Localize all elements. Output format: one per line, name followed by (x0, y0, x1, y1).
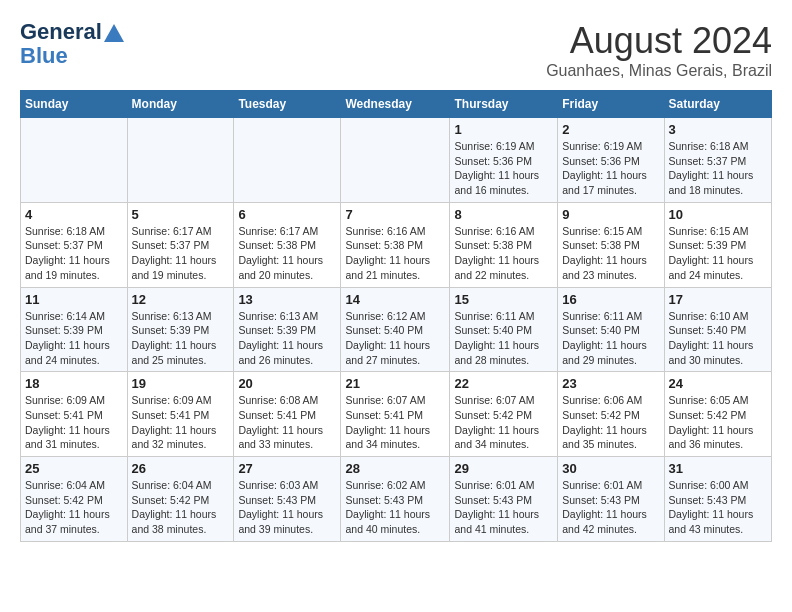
day-number: 3 (669, 122, 767, 137)
calendar-week-row: 4Sunrise: 6:18 AM Sunset: 5:37 PM Daylig… (21, 202, 772, 287)
title-block: August 2024 Guanhaes, Minas Gerais, Braz… (546, 20, 772, 80)
day-info: Sunrise: 6:02 AM Sunset: 5:43 PM Dayligh… (345, 478, 445, 537)
calendar-cell: 17Sunrise: 6:10 AM Sunset: 5:40 PM Dayli… (664, 287, 771, 372)
calendar-cell (234, 118, 341, 203)
day-info: Sunrise: 6:04 AM Sunset: 5:42 PM Dayligh… (25, 478, 123, 537)
day-number: 16 (562, 292, 659, 307)
day-number: 9 (562, 207, 659, 222)
day-info: Sunrise: 6:04 AM Sunset: 5:42 PM Dayligh… (132, 478, 230, 537)
day-number: 28 (345, 461, 445, 476)
calendar-cell: 22Sunrise: 6:07 AM Sunset: 5:42 PM Dayli… (450, 372, 558, 457)
calendar-cell: 12Sunrise: 6:13 AM Sunset: 5:39 PM Dayli… (127, 287, 234, 372)
calendar-cell: 9Sunrise: 6:15 AM Sunset: 5:38 PM Daylig… (558, 202, 664, 287)
calendar-cell: 18Sunrise: 6:09 AM Sunset: 5:41 PM Dayli… (21, 372, 128, 457)
day-number: 8 (454, 207, 553, 222)
day-info: Sunrise: 6:19 AM Sunset: 5:36 PM Dayligh… (454, 139, 553, 198)
calendar-cell (21, 118, 128, 203)
day-of-week-header: Wednesday (341, 91, 450, 118)
day-number: 20 (238, 376, 336, 391)
day-info: Sunrise: 6:15 AM Sunset: 5:38 PM Dayligh… (562, 224, 659, 283)
calendar-table: SundayMondayTuesdayWednesdayThursdayFrid… (20, 90, 772, 542)
day-number: 10 (669, 207, 767, 222)
day-info: Sunrise: 6:19 AM Sunset: 5:36 PM Dayligh… (562, 139, 659, 198)
day-number: 6 (238, 207, 336, 222)
calendar-cell: 6Sunrise: 6:17 AM Sunset: 5:38 PM Daylig… (234, 202, 341, 287)
calendar-cell: 28Sunrise: 6:02 AM Sunset: 5:43 PM Dayli… (341, 457, 450, 542)
day-number: 30 (562, 461, 659, 476)
day-of-week-header: Tuesday (234, 91, 341, 118)
day-of-week-header: Sunday (21, 91, 128, 118)
calendar-cell: 24Sunrise: 6:05 AM Sunset: 5:42 PM Dayli… (664, 372, 771, 457)
calendar-header-row: SundayMondayTuesdayWednesdayThursdayFrid… (21, 91, 772, 118)
day-info: Sunrise: 6:18 AM Sunset: 5:37 PM Dayligh… (25, 224, 123, 283)
day-number: 15 (454, 292, 553, 307)
calendar-week-row: 25Sunrise: 6:04 AM Sunset: 5:42 PM Dayli… (21, 457, 772, 542)
calendar-week-row: 18Sunrise: 6:09 AM Sunset: 5:41 PM Dayli… (21, 372, 772, 457)
calendar-cell: 5Sunrise: 6:17 AM Sunset: 5:37 PM Daylig… (127, 202, 234, 287)
day-number: 25 (25, 461, 123, 476)
day-info: Sunrise: 6:08 AM Sunset: 5:41 PM Dayligh… (238, 393, 336, 452)
calendar-cell: 23Sunrise: 6:06 AM Sunset: 5:42 PM Dayli… (558, 372, 664, 457)
calendar-cell: 21Sunrise: 6:07 AM Sunset: 5:41 PM Dayli… (341, 372, 450, 457)
day-info: Sunrise: 6:03 AM Sunset: 5:43 PM Dayligh… (238, 478, 336, 537)
calendar-cell: 10Sunrise: 6:15 AM Sunset: 5:39 PM Dayli… (664, 202, 771, 287)
logo-general: General (20, 20, 102, 44)
day-number: 21 (345, 376, 445, 391)
day-number: 19 (132, 376, 230, 391)
day-info: Sunrise: 6:07 AM Sunset: 5:41 PM Dayligh… (345, 393, 445, 452)
day-info: Sunrise: 6:07 AM Sunset: 5:42 PM Dayligh… (454, 393, 553, 452)
day-number: 27 (238, 461, 336, 476)
day-info: Sunrise: 6:10 AM Sunset: 5:40 PM Dayligh… (669, 309, 767, 368)
day-info: Sunrise: 6:17 AM Sunset: 5:37 PM Dayligh… (132, 224, 230, 283)
calendar-cell: 25Sunrise: 6:04 AM Sunset: 5:42 PM Dayli… (21, 457, 128, 542)
calendar-cell: 14Sunrise: 6:12 AM Sunset: 5:40 PM Dayli… (341, 287, 450, 372)
day-info: Sunrise: 6:01 AM Sunset: 5:43 PM Dayligh… (454, 478, 553, 537)
day-info: Sunrise: 6:15 AM Sunset: 5:39 PM Dayligh… (669, 224, 767, 283)
day-info: Sunrise: 6:01 AM Sunset: 5:43 PM Dayligh… (562, 478, 659, 537)
day-info: Sunrise: 6:12 AM Sunset: 5:40 PM Dayligh… (345, 309, 445, 368)
calendar-cell: 4Sunrise: 6:18 AM Sunset: 5:37 PM Daylig… (21, 202, 128, 287)
logo: General Blue (20, 20, 124, 68)
calendar-cell: 30Sunrise: 6:01 AM Sunset: 5:43 PM Dayli… (558, 457, 664, 542)
calendar-cell (341, 118, 450, 203)
day-number: 5 (132, 207, 230, 222)
day-info: Sunrise: 6:14 AM Sunset: 5:39 PM Dayligh… (25, 309, 123, 368)
calendar-week-row: 11Sunrise: 6:14 AM Sunset: 5:39 PM Dayli… (21, 287, 772, 372)
day-number: 24 (669, 376, 767, 391)
page-header: General Blue August 2024 Guanhaes, Minas… (20, 20, 772, 80)
calendar-cell: 8Sunrise: 6:16 AM Sunset: 5:38 PM Daylig… (450, 202, 558, 287)
day-info: Sunrise: 6:09 AM Sunset: 5:41 PM Dayligh… (132, 393, 230, 452)
calendar-cell: 13Sunrise: 6:13 AM Sunset: 5:39 PM Dayli… (234, 287, 341, 372)
day-number: 13 (238, 292, 336, 307)
day-of-week-header: Friday (558, 91, 664, 118)
day-info: Sunrise: 6:09 AM Sunset: 5:41 PM Dayligh… (25, 393, 123, 452)
calendar-cell (127, 118, 234, 203)
calendar-cell: 15Sunrise: 6:11 AM Sunset: 5:40 PM Dayli… (450, 287, 558, 372)
calendar-cell: 1Sunrise: 6:19 AM Sunset: 5:36 PM Daylig… (450, 118, 558, 203)
calendar-cell: 16Sunrise: 6:11 AM Sunset: 5:40 PM Dayli… (558, 287, 664, 372)
day-number: 1 (454, 122, 553, 137)
calendar-cell: 27Sunrise: 6:03 AM Sunset: 5:43 PM Dayli… (234, 457, 341, 542)
day-number: 4 (25, 207, 123, 222)
day-info: Sunrise: 6:17 AM Sunset: 5:38 PM Dayligh… (238, 224, 336, 283)
day-number: 17 (669, 292, 767, 307)
day-of-week-header: Saturday (664, 91, 771, 118)
day-info: Sunrise: 6:13 AM Sunset: 5:39 PM Dayligh… (132, 309, 230, 368)
day-number: 11 (25, 292, 123, 307)
month-year-title: August 2024 (546, 20, 772, 62)
calendar-cell: 7Sunrise: 6:16 AM Sunset: 5:38 PM Daylig… (341, 202, 450, 287)
location-subtitle: Guanhaes, Minas Gerais, Brazil (546, 62, 772, 80)
day-number: 26 (132, 461, 230, 476)
day-number: 14 (345, 292, 445, 307)
calendar-cell: 20Sunrise: 6:08 AM Sunset: 5:41 PM Dayli… (234, 372, 341, 457)
calendar-cell: 11Sunrise: 6:14 AM Sunset: 5:39 PM Dayli… (21, 287, 128, 372)
logo-arrow-icon (104, 24, 124, 42)
day-number: 23 (562, 376, 659, 391)
day-number: 22 (454, 376, 553, 391)
day-info: Sunrise: 6:00 AM Sunset: 5:43 PM Dayligh… (669, 478, 767, 537)
day-number: 18 (25, 376, 123, 391)
day-of-week-header: Monday (127, 91, 234, 118)
day-number: 2 (562, 122, 659, 137)
day-info: Sunrise: 6:16 AM Sunset: 5:38 PM Dayligh… (345, 224, 445, 283)
day-number: 7 (345, 207, 445, 222)
